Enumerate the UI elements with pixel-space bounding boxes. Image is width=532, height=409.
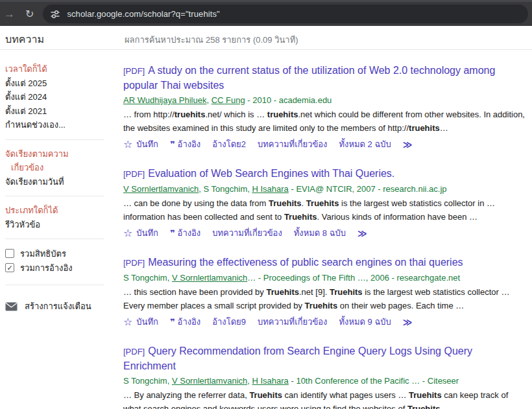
text-segment: Truehits [306,198,339,208]
more-versions-button[interactable]: ≫ [403,318,413,327]
result-title-link[interactable]: [PDF]A study on the current status of th… [123,64,527,93]
author-link[interactable]: H Isahara [252,376,288,386]
text-segment: - 10th Conference of the Pacific … - Cit… [289,376,459,386]
filters-sidebar: เวลาใดก็ได้ ตั้งแต่ 2025 ตั้งแต่ 2024 ตั… [5,62,115,313]
filter-since-2024[interactable]: ตั้งแต่ 2024 [5,90,115,104]
action-label: ทั้งหมด 9 ฉบับ [339,315,391,329]
action-label: บทความที่เกี่ยวข้อง [258,137,328,151]
text-segment: , S Tongchim, [199,184,252,194]
text-segment: truehits [409,123,440,133]
cite-button[interactable]: ❞อ้างอิง [170,315,200,329]
result-title-text[interactable]: Query Recommendation from Search Engine … [123,345,472,371]
text-segment: on their web pages. Each time … [337,301,464,310]
star-icon: ☆ [123,139,132,150]
result-actions: ☆บันทึก❞อ้างอิงอ้างโดย2บทความที่เกี่ยวข้… [123,137,527,151]
text-segment: Truehits [330,287,363,297]
action-link[interactable]: ทั้งหมด 8 ฉบับ [294,226,346,240]
text-segment: Truehits [266,287,299,297]
action-label: บันทึก [136,137,158,151]
action-link[interactable]: อ้างโดย9 [212,315,246,329]
filter-review-articles[interactable]: รีวิวหัวข้อ [5,218,115,232]
include-patents-label: รวมสิทธิบัตร [20,247,66,261]
result-title-text[interactable]: A study on the current status of the uti… [123,65,495,91]
result-byline: S Tongchim, V Sornlertlamvanich, H Isaha… [123,375,527,388]
author-link[interactable]: V Sornlertlamvanich [172,376,247,386]
pdf-tag[interactable]: [PDF] [123,258,145,268]
cite-button[interactable]: ❞อ้างอิง [170,137,200,151]
url-text[interactable]: scholar.google.com/scholar?q="truehits" [67,9,219,19]
author-link[interactable]: AR Wudhijaya Philuek [123,95,206,105]
cite-button[interactable]: ❞อ้างอิง [170,226,200,240]
result-actions: ☆บันทึก❞อ้างอิงอ้างโดย9บทความที่เกี่ยวข้… [123,315,527,329]
save-button[interactable]: ☆บันทึก [123,137,158,151]
text-segment: Truehits [249,390,282,400]
pdf-tag[interactable]: [PDF] [123,347,145,356]
quote-icon: ❞ [170,318,174,326]
more-versions-button[interactable]: ≫ [357,229,367,238]
create-alert-button[interactable]: สร้างการแจ้งเตือน [5,299,115,313]
include-citations-label: รวมการอ้างอิง [20,261,73,275]
filter-since-2025[interactable]: ตั้งแต่ 2025 [5,76,115,91]
sort-by-relevance-line1: จัดเรียงตามความ [5,147,115,161]
articles-section-label: บทความ [5,31,44,47]
star-icon: ☆ [123,317,132,327]
search-result: [PDF]Query Recommendation from Search En… [123,344,527,409]
quote-icon: ❞ [170,229,174,237]
author-link[interactable]: H Isahara [252,184,288,194]
url-bar[interactable]: scholar.google.com/scholar?q="truehits" [43,5,528,23]
site-info-icon[interactable] [50,9,60,19]
result-byline: AR Wudhijaya Philuek, CC Fung - 2010 - a… [123,94,527,107]
search-result: [PDF]Measuring the effectiveness of publ… [123,255,527,329]
action-link[interactable]: บทความที่เกี่ยวข้อง [212,226,282,240]
reload-icon[interactable]: ↻ [25,9,34,19]
filter-since-2021[interactable]: ตั้งแต่ 2021 [5,104,115,119]
sidebar-divider [5,239,104,239]
action-link[interactable]: ทั้งหมด 9 ฉบับ [339,315,391,329]
include-citations-option[interactable]: ✓ รวมการอ้างอิง [5,261,115,275]
result-title-text[interactable]: Evaluation of Web Search Engines with Th… [148,168,394,179]
result-title-link[interactable]: [PDF]Evaluation of Web Search Engines wi… [123,167,527,181]
action-label: อ้างโดย2 [212,137,246,151]
author-link[interactable]: V Sornlertlamvanich [123,184,199,194]
save-button[interactable]: ☆บันทึก [123,226,158,240]
author-link[interactable]: CC Fung [212,95,245,105]
sort-by-relevance[interactable]: จัดเรียงตามความ เกี่ยวข้อง [5,147,115,175]
action-link[interactable]: บทความที่เกี่ยวข้อง [258,315,328,329]
include-patents-checkbox[interactable] [5,249,14,258]
action-label: ทั้งหมด 2 ฉบับ [339,137,391,151]
forward-icon[interactable]: → [4,8,15,19]
author-link[interactable]: V Sornlertlamvanich [172,273,247,283]
action-link[interactable]: อ้างโดย2 [212,137,246,151]
pdf-tag[interactable]: [PDF] [123,169,145,179]
results-header: บทความ ผลการค้นหาประมาณ 258 รายการ (0.09… [0,26,532,50]
result-snippet: … By analyzing the referrer data, Truehi… [123,388,527,409]
text-segment: Truehits [284,212,317,222]
filter-anytime[interactable]: เวลาใดก็ได้ [5,62,115,76]
result-title-link[interactable]: [PDF]Measuring the effectiveness of publ… [123,255,527,270]
save-button[interactable]: ☆บันทึก [123,315,158,329]
result-title-text[interactable]: Measuring the effectiveness of public se… [148,257,463,268]
quote-icon: ❞ [170,140,174,148]
text-segment: - 2010 - academia.edu [245,95,332,105]
action-label: อ้างอิง [178,137,201,151]
result-title-link[interactable]: [PDF]Query Recommendation from Search En… [123,344,527,373]
sort-by-date[interactable]: จัดเรียงตามวันที่ [5,175,115,189]
text-segment: Truehits [407,404,441,409]
results-stats: ผลการค้นหาประมาณ 258 รายการ (0.09 วินาที… [125,33,298,47]
text-segment: - EVIA@ NTCIR, 2007 - research.nii.ac.jp [289,184,447,194]
action-link[interactable]: บทความที่เกี่ยวข้อง [258,137,328,151]
action-label: ทั้งหมด 8 ฉบับ [294,226,346,240]
filter-any-type[interactable]: ประเภทใดก็ได้ [5,204,115,218]
include-citations-checkbox[interactable]: ✓ [5,263,14,272]
pdf-tag[interactable]: [PDF] [123,66,145,76]
more-versions-button[interactable]: ≫ [403,140,413,149]
action-label: อ้างโดย9 [212,315,246,329]
result-byline: S Tongchim, V Sornlertlamvanich… - Proce… [123,272,527,285]
action-link[interactable]: ทั้งหมด 2 ฉบับ [339,137,391,151]
text-segment: … this section have been provided by [123,287,266,297]
result-snippet: … from http://truehits.net/ which is … t… [123,108,527,135]
chevrons-icon: ≫ [403,140,413,149]
filter-custom-range[interactable]: กำหนดช่วงเอง... [5,118,115,132]
action-label: บันทึก [136,226,158,240]
include-patents-option[interactable]: รวมสิทธิบัตร [5,246,115,261]
